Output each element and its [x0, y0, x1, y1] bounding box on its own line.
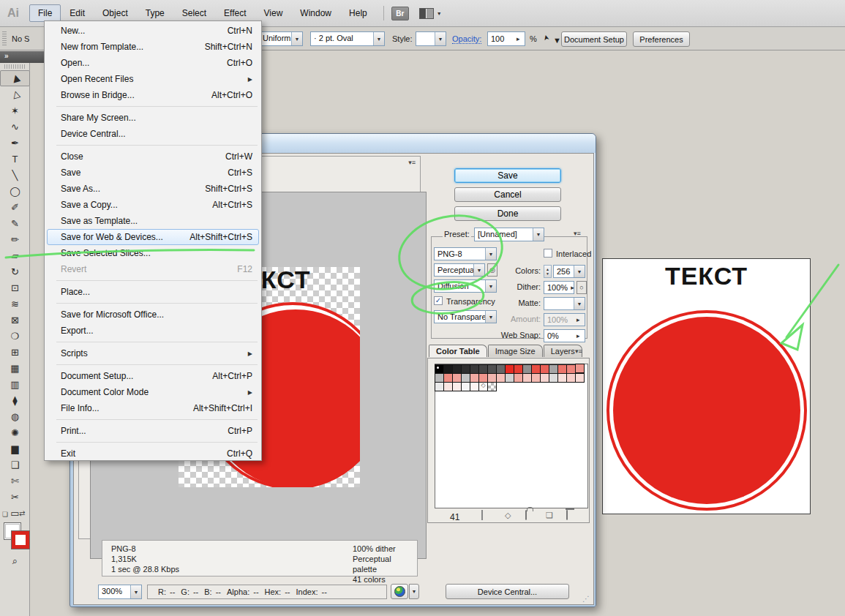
menu-item-save-selected-slices[interactable]: Save Selected Slices... [47, 245, 259, 261]
menu-item-file-info[interactable]: File Info...Alt+Shift+Ctrl+I [47, 400, 259, 416]
menu-object[interactable]: Object [94, 4, 137, 22]
color-swatch-34[interactable] [575, 373, 585, 383]
lock-color-icon[interactable] [525, 511, 527, 519]
slider-arrow-icon[interactable]: ▸ [517, 35, 525, 42]
select-similar-caret-icon[interactable]: ▼ [553, 36, 561, 45]
menu-type[interactable]: Type [137, 4, 173, 22]
new-color-icon[interactable]: ❏ [546, 511, 553, 520]
line-segment-tool[interactable]: ╲ [0, 167, 30, 183]
select-similar-icon[interactable]: ➤ [543, 33, 549, 42]
swap-fill-stroke-icon[interactable]: ⇄ [19, 509, 25, 517]
colors-select[interactable]: 256 ▼ [553, 265, 585, 278]
web-shift-icon[interactable]: ◇ [505, 511, 511, 520]
browser-preview-caret-icon[interactable]: ▼ [409, 584, 419, 599]
paintbrush-tool[interactable]: ✐ [0, 199, 30, 215]
width-tool[interactable]: ≋ [0, 296, 30, 312]
transparency-dither-select[interactable]: No Transpare. ▼ [434, 310, 497, 323]
menu-item-print[interactable]: Print...Ctrl+P [47, 423, 259, 439]
pencil-tool[interactable]: ✎ [0, 215, 30, 231]
rotate-tool[interactable]: ↻ [0, 263, 30, 279]
opacity-link[interactable]: Opacity: [452, 34, 481, 44]
symbol-sprayer-tool[interactable]: ✺ [0, 424, 30, 440]
pen-tool[interactable]: ✒ [0, 135, 30, 151]
menu-item-exit[interactable]: ExitCtrl+Q [47, 446, 259, 462]
zoom-level-select[interactable]: 300% ▼ [98, 585, 142, 599]
delete-color-icon[interactable] [566, 511, 568, 519]
column-graph-tool[interactable]: ▆ [0, 440, 30, 457]
dialog-resize-grip[interactable]: ⋰ [582, 595, 590, 603]
bridge-button[interactable]: Br [391, 7, 409, 20]
map-transparency-icon[interactable] [481, 511, 483, 519]
ellipse-tool[interactable]: ◯ [0, 183, 30, 199]
menu-item-revert[interactable]: RevertF12 [47, 261, 259, 277]
menu-file[interactable]: File [29, 4, 61, 22]
slider-arrow-icon[interactable]: ▸ [571, 284, 574, 291]
menu-item-browse-in-bridge[interactable]: Browse in Bridge...Alt+Ctrl+O [47, 87, 259, 103]
mesh-tool[interactable]: ▦ [0, 360, 30, 376]
tab-image-size[interactable]: Image Size [488, 345, 543, 357]
dither-field[interactable]: 100% ▸ [544, 281, 574, 294]
menu-item-device-central[interactable]: Device Central... [47, 126, 259, 142]
opacity-field[interactable]: 100 ▸ [487, 31, 525, 46]
menu-select[interactable]: Select [173, 4, 215, 22]
perspective-grid-tool[interactable]: ⊞ [0, 344, 30, 360]
free-transform-tool[interactable]: ⊠ [0, 312, 30, 328]
preview-flyout-icon[interactable]: ▾≡ [408, 159, 416, 166]
dropdown-caret-icon[interactable]: ▼ [485, 248, 496, 260]
direct-selection-tool[interactable]: ▷ [0, 86, 30, 102]
stroke-color-swatch[interactable] [12, 531, 29, 549]
menu-item-share-my-screen[interactable]: Share My Screen... [47, 110, 259, 126]
tools-panel-grip[interactable] [4, 64, 25, 69]
web-snap-field[interactable]: 0% ▸ [544, 329, 585, 342]
slice-selection-tool[interactable]: ✂ [0, 489, 30, 505]
default-fill-stroke-icon[interactable]: ❏ [2, 511, 8, 518]
format-select[interactable]: PNG-8 ▼ [434, 247, 497, 260]
artboard-tool[interactable]: ❑ [0, 457, 30, 473]
preset-flyout-icon[interactable]: ▾≡ [574, 230, 581, 237]
menu-item-document-setup[interactable]: Document Setup...Alt+Ctrl+P [47, 368, 259, 384]
tab-color-table[interactable]: Color Table [429, 345, 487, 357]
menu-item-export[interactable]: Export... [47, 323, 259, 339]
stroke-profile-select[interactable]: Uniform ▼ [259, 31, 303, 46]
dropdown-caret-icon[interactable]: ▼ [130, 585, 141, 598]
preset-select[interactable]: [Unnamed] ▼ [474, 228, 544, 241]
workspace-caret-icon[interactable]: ▼ [437, 11, 442, 16]
dropdown-caret-icon[interactable]: ▼ [485, 311, 496, 323]
menu-item-document-color-mode[interactable]: Document Color Mode▶ [47, 384, 259, 400]
workspace-switcher-icon[interactable] [419, 8, 434, 19]
magic-wand-tool[interactable]: ✶ [0, 102, 30, 119]
dropdown-caret-icon[interactable]: ▼ [435, 32, 446, 45]
style-select[interactable]: ▼ [416, 31, 446, 46]
brush-select[interactable]: · 2 pt. Oval ▼ [310, 31, 385, 46]
palette-select[interactable]: Perceptual ▼ [434, 263, 485, 277]
scale-tool[interactable]: ⊡ [0, 279, 30, 296]
eraser-tool[interactable]: ▱ [0, 247, 30, 263]
menu-item-save[interactable]: SaveCtrl+S [47, 165, 259, 181]
menu-effect[interactable]: Effect [215, 4, 255, 22]
menu-item-save-as-template[interactable]: Save as Template... [47, 213, 259, 229]
menu-item-open-recent-files[interactable]: Open Recent Files▶ [47, 71, 259, 87]
shape-builder-tool[interactable]: ❍ [0, 328, 30, 344]
colors-spinner[interactable]: ▲▼ [544, 265, 552, 278]
menu-item-save-as[interactable]: Save As...Shift+Ctrl+S [47, 181, 259, 197]
done-button[interactable]: Done [454, 206, 561, 221]
document-setup-button[interactable]: Document Setup [561, 31, 627, 47]
save-button[interactable]: Save [454, 168, 561, 183]
menu-help[interactable]: Help [340, 4, 376, 22]
menu-item-close[interactable]: CloseCtrl+W [47, 149, 259, 165]
eyedropper-tool[interactable]: ⧫ [0, 392, 30, 408]
dropdown-caret-icon[interactable]: ▼ [574, 298, 585, 309]
menu-view[interactable]: View [255, 4, 292, 22]
slice-tool[interactable]: ✄ [0, 473, 30, 489]
device-central-button[interactable]: Device Central... [446, 584, 569, 599]
menu-item-save-for-microsoft-office[interactable]: Save for Microsoft Office... [47, 307, 259, 323]
cancel-button[interactable]: Cancel [454, 187, 561, 202]
menu-item-open[interactable]: Open...Ctrl+O [47, 55, 259, 71]
selection-tool[interactable]: ▶ [0, 70, 30, 86]
blend-tool[interactable]: ◍ [0, 408, 30, 424]
dropdown-caret-icon[interactable]: ▼ [291, 32, 302, 45]
preferences-button[interactable]: Preferences [633, 31, 690, 47]
transparency-checkbox[interactable]: ✓ [434, 296, 443, 305]
zoom-tool[interactable]: ⌕ [0, 553, 30, 569]
menu-item-place[interactable]: Place... [47, 284, 259, 300]
